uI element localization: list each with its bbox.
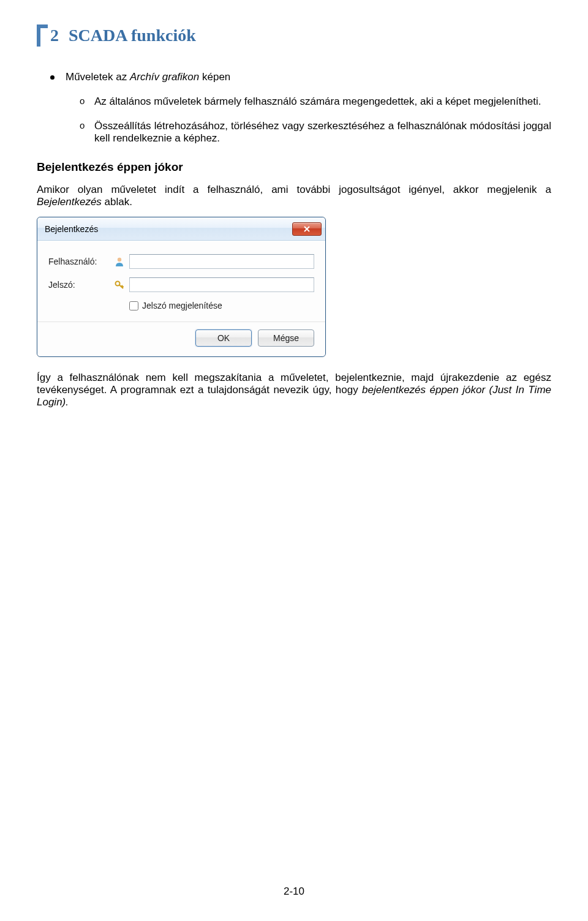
- section-heading: Bejelentkezés éppen jókor: [37, 160, 551, 174]
- dialog-title: Bejelentkezés: [45, 224, 98, 234]
- sub-marker: o: [80, 120, 94, 145]
- ok-button[interactable]: OK: [195, 329, 252, 347]
- user-icon: [113, 256, 126, 267]
- username-row: Felhasználó:: [48, 254, 314, 269]
- para1-prefix: Amikor olyan műveletet indít a felhaszná…: [37, 184, 551, 195]
- svg-point-0: [118, 258, 121, 261]
- bullet-text-italic: Archív grafikon: [130, 71, 199, 83]
- chapter-header: 2 SCADA funkciók: [37, 24, 551, 47]
- paragraph: Így a felhasználónak nem kell megszakíta…: [37, 372, 551, 408]
- show-password-label: Jelszó megjelenítése: [142, 301, 222, 310]
- bullet-dot: [50, 75, 55, 80]
- login-dialog-figure: Bejelentkezés Felhasználó:: [37, 217, 326, 357]
- para1-italic: Bejelentkezés: [37, 196, 102, 208]
- dialog-body: Felhasználó: Jelszó:: [37, 241, 325, 356]
- login-dialog: Bejelentkezés Felhasználó:: [37, 217, 326, 357]
- ok-button-label: OK: [217, 333, 230, 343]
- sub-list: o Az általános műveletek bármely felhasz…: [80, 96, 551, 145]
- password-input[interactable]: [129, 277, 314, 292]
- dialog-divider: [37, 321, 325, 322]
- bullet-text-suffix: képen: [199, 71, 230, 83]
- chapter-number: 2: [50, 26, 59, 45]
- header-ornament: [37, 24, 48, 47]
- sub-item-text: Az általános műveletek bármely felhaszná…: [94, 96, 541, 108]
- key-icon: [113, 279, 126, 290]
- username-label: Felhasználó:: [48, 257, 113, 266]
- dialog-titlebar: Bejelentkezés: [37, 217, 325, 241]
- bullet-text-prefix: Műveletek az: [66, 71, 130, 83]
- username-input[interactable]: [129, 254, 314, 269]
- dialog-button-row: OK Mégse: [48, 329, 314, 350]
- close-button[interactable]: [292, 222, 322, 236]
- sub-item-text: Összeállítás létrehozásához, törléséhez …: [94, 120, 551, 145]
- chapter-title: SCADA funkciók: [69, 26, 196, 45]
- para1-suffix: ablak.: [102, 196, 132, 208]
- show-password-checkbox[interactable]: [129, 301, 138, 310]
- sub-item: o Az általános műveletek bármely felhasz…: [80, 96, 551, 108]
- sub-marker: o: [80, 96, 94, 108]
- sub-item: o Összeállítás létrehozásához, törléséhe…: [80, 120, 551, 145]
- cancel-button[interactable]: Mégse: [258, 329, 314, 347]
- paragraph: Amikor olyan műveletet indít a felhaszná…: [37, 184, 551, 208]
- password-label: Jelszó:: [48, 280, 113, 290]
- bullet-item: Műveletek az Archív grafikon képen: [50, 71, 551, 83]
- password-row: Jelszó:: [48, 277, 314, 292]
- close-icon: [303, 225, 311, 233]
- show-password-row: Jelszó megjelenítése: [129, 301, 314, 310]
- bullet-label: Műveletek az Archív grafikon képen: [66, 71, 230, 83]
- page-number: 2-10: [0, 885, 588, 898]
- cancel-button-label: Mégse: [273, 333, 299, 343]
